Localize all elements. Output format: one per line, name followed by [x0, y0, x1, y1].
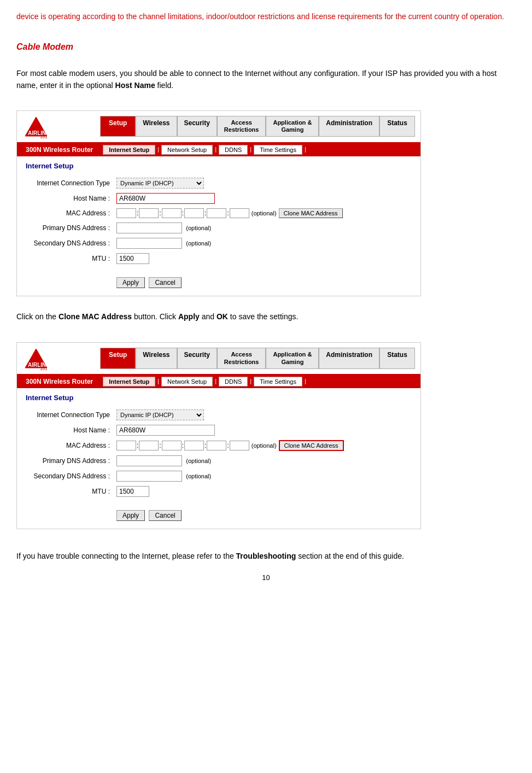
click-mid: button. Click: [132, 312, 178, 321]
conn-type-row-2: Internet Connection Type Dynamic IP (DHC…: [26, 407, 412, 423]
sub-tab-network-1[interactable]: Network Setup: [161, 145, 213, 155]
page-number: 10: [16, 573, 516, 582]
form-table-2: Internet Connection Type Dynamic IP (DHC…: [26, 407, 412, 523]
form-table-1: Internet Connection Type Dynamic IP (DHC…: [26, 175, 412, 290]
nav-tab-appgaming-1[interactable]: Application &Gaming: [266, 116, 319, 137]
primary-dns-optional-2: (optional): [186, 458, 211, 464]
apply-button-2[interactable]: Apply: [116, 510, 145, 521]
primary-dns-row-2: Primary DNS Address : (optional): [26, 453, 412, 469]
router-logo-2: AIRLINK 101: [22, 346, 53, 371]
nav-tab-security-2[interactable]: Security: [177, 348, 217, 368]
sub-tab-ddns-2[interactable]: DDNS: [219, 377, 248, 386]
router-logo-1: AIRLINK 101: [22, 114, 53, 139]
nav-tab-setup-2[interactable]: Setup: [100, 348, 136, 368]
router-screenshot-2: AIRLINK 101 Setup Wireless Security Acce…: [16, 342, 421, 529]
clone-mac-button-2[interactable]: Clone MAC Address: [279, 440, 344, 451]
host-name-label-1: Host Name :: [26, 191, 113, 206]
primary-dns-label-2: Primary DNS Address :: [26, 453, 113, 469]
nav-tab-wireless-2[interactable]: Wireless: [136, 348, 177, 368]
footer-paragraph: If you have trouble connecting to the In…: [16, 550, 516, 562]
mac-seg4-1[interactable]: [184, 208, 204, 218]
primary-dns-row-1: Primary DNS Address : (optional): [26, 220, 412, 236]
secondary-dns-input-1[interactable]: [116, 238, 182, 249]
secondary-dns-optional-2: (optional): [186, 473, 211, 479]
mac-seg1-1[interactable]: [116, 208, 136, 218]
nav-tab-status-2[interactable]: Status: [379, 348, 415, 368]
conn-type-label-1: Internet Connection Type: [26, 175, 113, 191]
mtu-input-2[interactable]: [116, 486, 149, 497]
host-name-input-1[interactable]: [116, 193, 215, 204]
mac-seg2-2[interactable]: [139, 441, 159, 450]
conn-type-select-2[interactable]: Dynamic IP (DHCP): [116, 409, 204, 420]
nav-tab-setup-1[interactable]: Setup: [100, 116, 136, 137]
sub-tab-time-1[interactable]: Time Settings: [254, 145, 302, 155]
primary-dns-optional-1: (optional): [186, 225, 211, 231]
apply-button-1[interactable]: Apply: [116, 277, 145, 288]
nav-tab-wireless-1[interactable]: Wireless: [136, 116, 177, 137]
click-prefix: Click on the: [16, 312, 59, 321]
mac-optional-2: (optional): [252, 442, 277, 449]
mac-seg3-2[interactable]: [162, 441, 182, 450]
nav-tab-appgaming-2[interactable]: Application &Gaming: [266, 348, 319, 368]
sub-tab-internet-1[interactable]: Internet Setup: [103, 145, 155, 155]
click-apply: Apply: [178, 312, 200, 321]
router-content-2: Internet Setup Internet Connection Type …: [17, 388, 420, 529]
cancel-button-2[interactable]: Cancel: [149, 510, 181, 521]
nav-tab-access-2[interactable]: AccessRestrictions: [217, 348, 266, 368]
host-name-input-2[interactable]: [116, 425, 215, 436]
sub-tab-time-2[interactable]: Time Settings: [254, 377, 302, 386]
nav-tab-access-1[interactable]: AccessRestrictions: [217, 116, 266, 137]
buttons-row-2: Apply Cancel: [26, 508, 412, 523]
mac-seg6-1[interactable]: [230, 208, 249, 218]
sub-tab-internet-2[interactable]: Internet Setup: [103, 377, 155, 386]
mac-seg5-2[interactable]: [207, 441, 226, 450]
mac-seg4-2[interactable]: [184, 441, 204, 450]
router-subheader-1: 300N Wireless Router Internet Setup | Ne…: [17, 143, 420, 156]
click-bold: Clone MAC Address: [59, 312, 132, 321]
mtu-input-1[interactable]: [116, 253, 149, 264]
para1-text: For most cable modem users, you should b…: [16, 69, 496, 90]
intro-paragraph: device is operating according to the cha…: [16, 11, 516, 22]
secondary-dns-label-1: Secondary DNS Address :: [26, 236, 113, 251]
airlink-logo-icon-2: AIRLINK 101: [22, 346, 50, 371]
secondary-dns-label-2: Secondary DNS Address :: [26, 469, 113, 484]
router-name-2: 300N Wireless Router: [21, 377, 97, 386]
mac-seg1-2[interactable]: [116, 441, 136, 450]
nav-tab-security-1[interactable]: Security: [177, 116, 217, 137]
clone-mac-button-1[interactable]: Clone MAC Address: [279, 208, 343, 218]
para1-bold: Host Name: [115, 81, 155, 90]
mac-address-row-2: MAC Address : : : : : : (optio: [26, 438, 412, 453]
mac-seg6-2[interactable]: [230, 441, 249, 450]
router-name-1: 300N Wireless Router: [21, 145, 97, 155]
mac-seg3-1[interactable]: [162, 208, 182, 218]
mac-optional-1: (optional): [252, 210, 277, 216]
host-name-row-2: Host Name :: [26, 423, 412, 438]
secondary-dns-optional-1: (optional): [186, 240, 211, 247]
sub-tab-network-2[interactable]: Network Setup: [161, 377, 213, 386]
mac-seg5-1[interactable]: [207, 208, 226, 218]
click-ok: OK: [217, 312, 228, 321]
click-end: to save the settings.: [228, 312, 298, 321]
airlink-logo-icon: AIRLINK 101: [22, 114, 50, 139]
conn-type-select-1[interactable]: Dynamic IP (DHCP): [116, 178, 204, 189]
router-nav-1: Setup Wireless Security AccessRestrictio…: [59, 116, 415, 137]
nav-tab-status-1[interactable]: Status: [379, 116, 415, 137]
mac-address-label-1: MAC Address :: [26, 206, 113, 220]
secondary-dns-input-2[interactable]: [116, 471, 182, 482]
primary-dns-input-1[interactable]: [116, 222, 182, 233]
nav-tab-admin-1[interactable]: Administration: [319, 116, 379, 137]
sub-tab-ddns-1[interactable]: DDNS: [219, 145, 248, 155]
svg-text:101: 101: [40, 134, 48, 139]
click-and: and: [200, 312, 217, 321]
nav-tab-admin-2[interactable]: Administration: [319, 348, 379, 368]
router-content-1: Internet Setup Internet Connection Type …: [17, 156, 420, 296]
mtu-label-2: MTU :: [26, 484, 113, 499]
footer-bold: Troubleshooting: [236, 552, 296, 560]
cancel-button-1[interactable]: Cancel: [149, 277, 181, 288]
section-title: Cable Modem: [16, 42, 516, 52]
sub-tabs-1: Internet Setup | Network Setup | DDNS | …: [103, 145, 307, 155]
secondary-dns-row-2: Secondary DNS Address : (optional): [26, 469, 412, 484]
primary-dns-input-2[interactable]: [116, 455, 182, 466]
router-subheader-2: 300N Wireless Router Internet Setup | Ne…: [17, 375, 420, 388]
mac-seg2-1[interactable]: [139, 208, 159, 218]
